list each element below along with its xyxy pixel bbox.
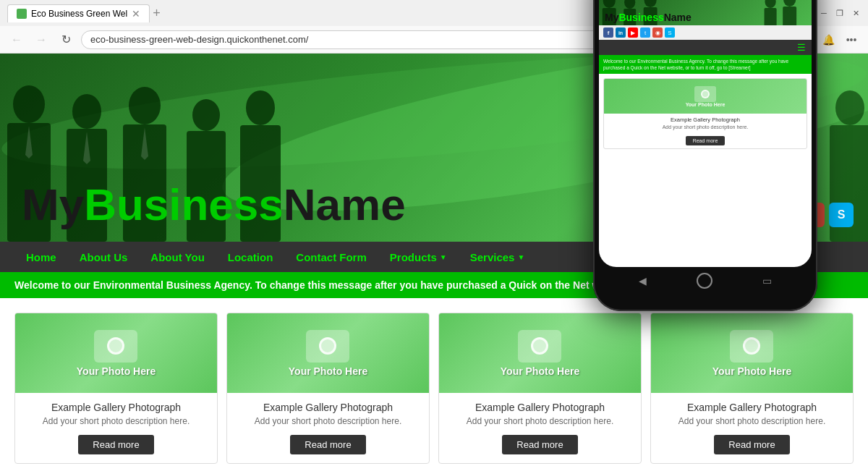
notifications-icon[interactable]: 🔔	[819, 30, 838, 49]
gallery-item-2: Your Photo Here Example Gallery Photogra…	[226, 313, 430, 464]
nav-item-about-you[interactable]: About You	[139, 244, 216, 271]
camera-shape-3	[518, 330, 561, 363]
logo-name: Name	[284, 179, 406, 229]
logo-text: MyBusinessName	[22, 182, 406, 227]
tab-title: Eco Business Green Wel	[31, 9, 127, 19]
site-header: MyBusinessName f in ▶ t ◉ S	[0, 54, 868, 242]
new-tab-button[interactable]: +	[153, 6, 161, 21]
website: MyBusinessName f in ▶ t ◉ S Home About U…	[0, 54, 868, 466]
browser-titlebar: Eco Business Green Wel ✕ + ─ ❐ ✕	[0, 0, 868, 26]
facebook-icon[interactable]: f	[684, 203, 709, 227]
photo-icon-3: Your Photo Here	[501, 330, 579, 377]
photo-icon-1: Your Photo Here	[77, 330, 156, 377]
caption-title-1: Example Gallery Photograph	[51, 402, 181, 413]
read-more-button-3[interactable]: Read more	[502, 435, 577, 454]
photo-icon-2: Your Photo Here	[289, 330, 367, 377]
caption-desc-2: Add your short photo description here.	[255, 416, 401, 426]
caption-title-3: Example Gallery Photograph	[475, 402, 605, 413]
logo-business: Business	[84, 179, 284, 229]
address-bar[interactable]	[81, 30, 720, 49]
services-dropdown-arrow: ▼	[517, 253, 524, 261]
site-logo: MyBusinessName	[22, 182, 406, 227]
gallery-caption-1: Example Gallery Photograph Add your shor…	[15, 393, 217, 463]
svg-point-20	[835, 90, 864, 125]
nav-items: Home About Us About You Location Contact…	[14, 244, 536, 271]
photo-label-4: Your Photo Here	[712, 365, 791, 377]
camera-shape-4	[730, 330, 773, 363]
toolbar-icons: ⊞ ☆ ☰ ✎ 🔔 •••	[726, 30, 861, 49]
nav-item-contact-form[interactable]: Contact Form	[284, 244, 378, 271]
social-icons: f in ▶ t ◉ S	[684, 203, 854, 227]
forward-button[interactable]: →	[32, 30, 51, 49]
google-maps-icon[interactable]: ◉	[800, 203, 825, 227]
camera-shape-1	[94, 330, 137, 363]
minimize-button[interactable]: ─	[819, 8, 829, 18]
linkedin-icon[interactable]: in	[713, 203, 738, 227]
svg-point-10	[246, 90, 275, 125]
site-nav: Home About Us About You Location Contact…	[0, 242, 868, 272]
back-button[interactable]: ←	[7, 30, 26, 49]
caption-desc-3: Add your short photo description here.	[467, 416, 613, 426]
photo-placeholder-2[interactable]: Your Photo Here	[227, 313, 429, 393]
caption-desc-1: Add your short photo description here.	[43, 416, 190, 426]
caption-title-2: Example Gallery Photograph	[263, 402, 393, 413]
svg-point-16	[720, 93, 749, 127]
reading-view-icon[interactable]: ⊞	[726, 30, 745, 49]
browser-toolbar: ← → ↻ ⊞ ☆ ☰ ✎ 🔔 •••	[0, 26, 868, 54]
tab-favicon	[17, 9, 27, 19]
browser-chrome: Eco Business Green Wel ✕ + ─ ❐ ✕ ← → ↻ ⊞…	[0, 0, 868, 54]
nav-item-about-us[interactable]: About Us	[68, 244, 140, 271]
gallery-item-4: Your Photo Here Example Gallery Photogra…	[650, 313, 854, 464]
window-controls: ─ ❐ ✕	[819, 8, 861, 18]
caption-title-4: Example Gallery Photograph	[687, 402, 817, 413]
camera-shape-2	[306, 330, 349, 363]
caption-desc-4: Add your short photo description here.	[678, 416, 825, 426]
svg-point-12	[600, 90, 629, 125]
photo-label-3: Your Photo Here	[501, 365, 579, 377]
photo-placeholder-1[interactable]: Your Photo Here	[15, 313, 217, 393]
nav-item-services[interactable]: Services ▼	[459, 244, 537, 271]
svg-point-18	[776, 82, 808, 119]
read-more-button-1[interactable]: Read more	[78, 435, 153, 454]
browser-tab[interactable]: Eco Business Green Wel ✕	[7, 4, 150, 22]
read-more-button-2[interactable]: Read more	[290, 435, 365, 454]
gallery-caption-3: Example Gallery Photograph Add your shor…	[439, 393, 641, 463]
photo-placeholder-4[interactable]: Your Photo Here	[651, 313, 853, 393]
close-button[interactable]: ✕	[851, 8, 861, 18]
favorites-icon[interactable]: ☆	[749, 30, 768, 49]
camera-lens-3	[531, 337, 548, 355]
camera-lens-4	[743, 337, 760, 355]
svg-point-6	[129, 87, 161, 124]
camera-lens-1	[107, 337, 124, 355]
photo-icon-4: Your Photo Here	[712, 330, 791, 377]
camera-lens-2	[319, 337, 336, 355]
gallery-item-3: Your Photo Here Example Gallery Photogra…	[438, 313, 642, 464]
nav-item-location[interactable]: Location	[216, 244, 285, 271]
gallery-caption-4: Example Gallery Photograph Add your shor…	[651, 393, 853, 463]
website-container: MyBusinessName f in ▶ t ◉ S Home About U…	[0, 54, 868, 466]
twitter-icon[interactable]: t	[771, 203, 796, 227]
hub-icon[interactable]: ☰	[773, 30, 791, 49]
svg-point-2	[13, 85, 45, 123]
more-icon[interactable]: •••	[842, 30, 861, 49]
logo-my: My	[22, 179, 84, 229]
nav-item-home[interactable]: Home	[14, 244, 68, 271]
skype-icon[interactable]: S	[829, 203, 854, 227]
svg-point-14	[657, 84, 689, 122]
read-more-button-4[interactable]: Read more	[714, 435, 789, 454]
nav-item-products[interactable]: Products ▼	[378, 244, 459, 271]
refresh-button[interactable]: ↻	[56, 30, 75, 49]
restore-button[interactable]: ❐	[835, 8, 845, 18]
products-dropdown-arrow: ▼	[440, 253, 447, 261]
photo-label-2: Your Photo Here	[289, 365, 367, 377]
photo-placeholder-3[interactable]: Your Photo Here	[439, 313, 641, 393]
tab-close-button[interactable]: ✕	[132, 8, 140, 20]
streamer-text: Welcome to our Environmental Business Ag…	[14, 279, 788, 291]
gallery: Your Photo Here Example Gallery Photogra…	[0, 298, 868, 466]
svg-point-4	[72, 94, 101, 129]
photo-label-1: Your Photo Here	[77, 365, 156, 377]
share-icon[interactable]: ✎	[796, 30, 814, 49]
gallery-item-1: Your Photo Here Example Gallery Photogra…	[14, 313, 218, 464]
gallery-caption-2: Example Gallery Photograph Add your shor…	[227, 393, 429, 463]
youtube-icon[interactable]: ▶	[742, 203, 767, 227]
